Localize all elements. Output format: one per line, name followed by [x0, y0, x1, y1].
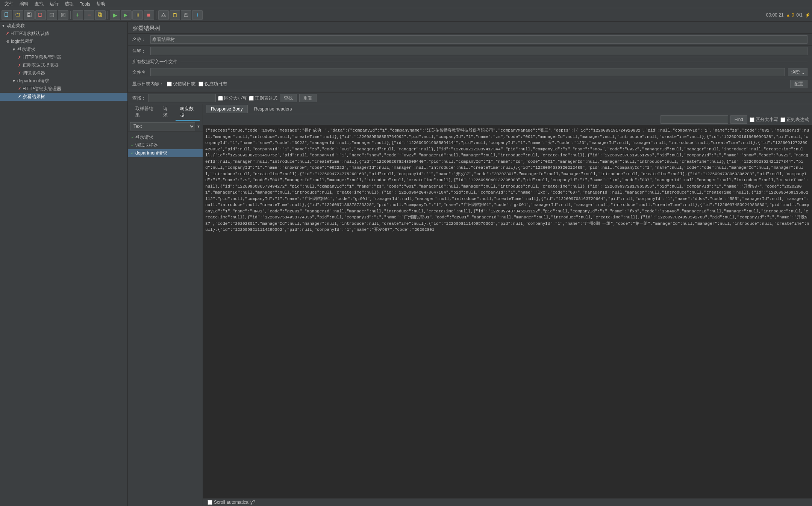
toolbar-saveas-btn[interactable] — [35, 10, 46, 20]
toolbar-time: 00:00:21 — [766, 12, 784, 18]
comment-input[interactable] — [150, 47, 807, 55]
menu-edit[interactable]: 编辑 — [17, 0, 32, 8]
dropdown-arrow-icon: ▼ — [197, 124, 200, 129]
tree-result-label: 察看结果树 — [23, 94, 45, 100]
main-layout: ▼ 动态关联 ✗ HTTP请求默认认值 ⚙ login线程组 ▼ 登录请求 ✗ … — [0, 22, 812, 506]
tree-http-header-mgr2[interactable]: ✗ HTTP信息头管理器 — [0, 85, 127, 93]
svg-rect-3 — [28, 13, 30, 14]
response-body-tab[interactable]: Response Body — [206, 105, 248, 113]
left-panel: ▼ 动态关联 ✗ HTTP请求默认认值 ⚙ login线程组 ▼ 登录请求 ✗ … — [0, 22, 128, 506]
menu-options[interactable]: 选项 — [62, 0, 77, 8]
tree-result-viewer[interactable]: ✗ 察看结果树 — [0, 93, 127, 101]
tree-regex-extractor[interactable]: ✗ 正则表达式提取器 — [0, 61, 127, 69]
search-button[interactable]: 查找 — [280, 94, 297, 102]
tree-department-folder[interactable]: ▼ department请求 — [0, 77, 127, 85]
tree-department-folder-label: department请求 — [17, 78, 49, 84]
regex-check[interactable] — [249, 96, 254, 101]
toolbar-pause-btn[interactable]: ⏸ — [132, 10, 143, 20]
svg-rect-17 — [173, 14, 176, 17]
scroll-notice-label: Scroll automatically? — [214, 500, 255, 505]
toolbar-new-btn[interactable] — [2, 10, 12, 20]
find-case-check[interactable] — [750, 117, 754, 122]
tree-http-default[interactable]: ✗ HTTP请求默认认值 — [0, 30, 127, 38]
browse-button[interactable]: 浏览... — [788, 68, 807, 76]
toolbar-templates-btn[interactable] — [58, 10, 68, 20]
response-body[interactable]: {"success":true,"code":10000,"message":"… — [203, 125, 812, 498]
name-row: 名称： — [128, 34, 812, 45]
display-log-label: 显示日志内容： — [132, 81, 164, 87]
toolbar-save-btn[interactable] — [24, 10, 35, 20]
case-sensitive-checkbox[interactable]: 区分大小写 — [218, 95, 247, 102]
tree-regex-label: 正则表达式提取器 — [23, 62, 59, 68]
menu-run[interactable]: 运行 — [47, 0, 62, 8]
find-input[interactable] — [661, 115, 728, 124]
find-button[interactable]: Find — [730, 115, 747, 124]
file-section-label: 所有数据写入一个文件 — [128, 57, 812, 67]
menu-find[interactable]: 查找 — [32, 0, 47, 8]
menu-file[interactable]: 文件 — [2, 0, 17, 8]
ext-login-request[interactable]: ✓ 登录请求 — [128, 133, 203, 141]
svg-rect-8 — [61, 13, 65, 17]
only-error-checkbox[interactable]: 仅错误日志 — [167, 81, 195, 87]
tree-root[interactable]: ▼ 动态关联 — [0, 22, 127, 30]
config-button[interactable]: 配置 — [790, 80, 807, 88]
tree-login-group-icon: ⚙ — [6, 39, 9, 44]
toolbar-sep1 — [70, 11, 71, 19]
toolbar-cut-btn[interactable] — [158, 10, 169, 20]
name-input[interactable] — [150, 35, 807, 44]
toolbar-copy-btn[interactable] — [95, 10, 106, 20]
tree-login-group-label: login线程组 — [11, 38, 34, 45]
toolbar-ratio-icon: ⚡ — [805, 12, 810, 18]
toolbar-add-btn[interactable]: + — [73, 10, 83, 20]
only-success-checkbox[interactable]: 仅成功日志 — [198, 81, 227, 87]
tree-login-group[interactable]: ⚙ login线程组 — [0, 38, 127, 45]
tree-expand-icon: ▼ — [2, 24, 5, 28]
toolbar-start-btn[interactable]: ▶ — [110, 10, 120, 20]
toolbar-sep3 — [156, 11, 156, 19]
tab-request[interactable]: 请求 — [159, 104, 175, 121]
toolbar-info-btn[interactable]: i — [192, 10, 203, 20]
response-tabs: Response Body Response headers — [203, 104, 812, 114]
only-success-check[interactable] — [198, 82, 203, 86]
comment-row: 注释： — [128, 45, 812, 57]
case-sensitive-check[interactable] — [218, 96, 223, 101]
tree-http-header-mgr[interactable]: ✗ HTTP信息头管理器 — [0, 53, 127, 61]
toolbar-revert-btn[interactable] — [47, 10, 57, 20]
comment-label: 注释： — [132, 48, 147, 55]
svg-rect-0 — [5, 13, 8, 17]
toolbar-expand-btn[interactable] — [181, 10, 191, 20]
ext-dept-icon: ✓ — [131, 151, 134, 155]
only-error-check[interactable] — [167, 82, 172, 86]
menu-help[interactable]: 帮助 — [93, 0, 108, 8]
tab-sampler-result[interactable]: 取样器结果 — [131, 104, 159, 121]
tab-response-data[interactable]: 响应数据 — [176, 104, 200, 121]
search-input[interactable] — [148, 94, 216, 102]
tree-login-request-folder[interactable]: ▼ 登录请求 — [0, 45, 127, 53]
toolbar-open-btn[interactable] — [13, 10, 23, 20]
toolbar-remove-btn[interactable]: − — [84, 10, 94, 20]
toolbar-paste-btn[interactable] — [170, 10, 180, 20]
toolbar-stop-btn[interactable]: ⏹ — [144, 10, 154, 20]
extractor-dropdown[interactable]: Text — [130, 122, 195, 130]
find-case-label: 区分大小写 — [756, 117, 778, 123]
svg-rect-11 — [99, 14, 102, 17]
toolbar-startnopauses-btn[interactable]: ▶| — [121, 10, 132, 20]
find-regex-check[interactable] — [780, 117, 785, 122]
tree-login-request-label: 登录请求 — [17, 46, 35, 53]
response-headers-tab[interactable]: Response headers — [249, 105, 297, 113]
svg-rect-19 — [184, 14, 188, 17]
find-case-checkbox[interactable]: 区分大小写 — [750, 117, 778, 123]
svg-point-13 — [162, 15, 163, 17]
file-input[interactable] — [150, 68, 785, 76]
regex-checkbox[interactable]: 正则表达式 — [249, 95, 277, 102]
tree-result-icon: ✗ — [18, 95, 21, 99]
scroll-auto-check[interactable] — [208, 500, 212, 505]
find-regex-checkbox[interactable]: 正则表达式 — [780, 117, 809, 123]
reset-button[interactable]: 重置 — [299, 94, 317, 102]
ext-debug-sampler[interactable]: ✓ 调试取样器 — [128, 141, 203, 149]
menu-tools[interactable]: Tools — [77, 1, 93, 8]
tree-debug-sampler[interactable]: ✗ 调试取样器 — [0, 69, 127, 77]
extractor-panel: 取样器结果 请求 响应数据 Text ▼ ✓ 登录请求 — [128, 104, 203, 506]
ext-department-request[interactable]: ✓ department请求 — [128, 149, 203, 157]
find-regex-label: 正则表达式 — [786, 117, 809, 123]
